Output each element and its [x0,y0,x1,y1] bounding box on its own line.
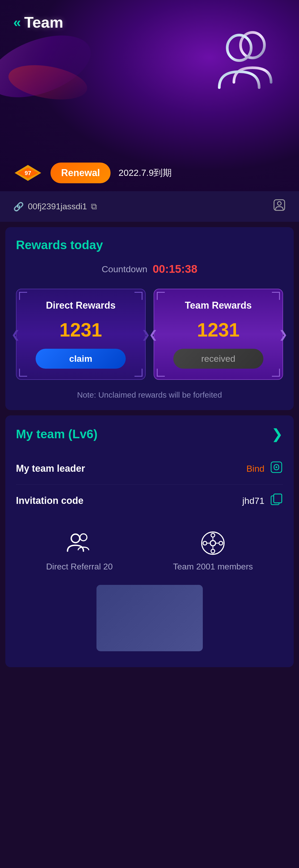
team-members-icon [200,530,226,556]
team-card-left-arrow: ❮ [149,328,158,341]
svg-point-18 [211,549,215,553]
stats-row: Direct Referral 20 Team 2001 members [16,517,283,580]
user-id-text: 00fj2391jassdi1 [28,202,87,211]
copy-invitation-icon[interactable] [270,493,283,508]
team-section-header: My team (Lv6) ❯ [16,426,283,442]
svg-point-13 [71,534,80,542]
countdown-label: Countdown [101,264,147,274]
team-leader-right: Bind [246,461,283,476]
back-button[interactable]: « [13,16,19,29]
svg-rect-11 [274,494,282,503]
svg-point-15 [202,532,224,554]
rewards-section: Rewards today Countdown 00:15:38 ❮ ❯ Dir… [5,227,294,410]
level-badge: 97 [13,164,42,182]
invitation-code-value: jhd71 [242,496,265,506]
back-chevron-icon: « [13,16,19,29]
direct-referral-label: Direct Referral 20 [46,562,113,571]
team-expand-icon[interactable]: ❯ [271,426,283,442]
rewards-note: Note: Unclaimed rewards will be forfeite… [16,391,283,400]
card-left-arrow: ❮ [11,328,20,341]
claim-button[interactable]: claim [36,349,126,369]
svg-point-16 [210,540,215,546]
bind-text[interactable]: Bind [246,463,265,474]
hero-section: « Team [0,0,299,191]
svg-point-1 [227,35,251,61]
svg-point-17 [211,533,215,537]
rewards-section-title: Rewards today [16,238,283,252]
link-icon: 🔗 [13,202,24,212]
svg-point-19 [203,541,207,545]
direct-rewards-card: ❮ ❯ Direct Rewards 1231 claim [16,289,146,380]
invitation-code-right: jhd71 [242,493,283,508]
copy-id-icon[interactable]: ⧉ [91,202,97,211]
direct-referral-stat: Direct Referral 20 [46,530,113,571]
user-profile-icon[interactable] [273,199,286,214]
renewal-button[interactable]: Renewal [51,162,111,183]
team-rewards-title: Team Rewards [185,300,252,311]
top-nav: « Team [0,0,299,36]
my-team-title: My team (Lv6) [16,427,97,441]
my-team-section: My team (Lv6) ❯ My team leader Bind Invi… [5,415,294,667]
countdown-value: 00:15:38 [153,263,197,275]
team-members-label: Team 2001 members [173,562,253,571]
team-card-right-arrow: ❯ [279,328,288,341]
svg-point-14 [80,534,87,541]
team-members-stat: Team 2001 members [173,530,253,571]
page-title: Team [24,13,63,31]
ad-banner [96,585,203,651]
expiry-text: 2022.7.9到期 [119,167,172,179]
svg-text:97: 97 [25,170,31,176]
direct-referral-icon [66,530,93,556]
team-leader-label: My team leader [16,463,85,474]
invitation-code-label: Invitation code [16,495,84,506]
svg-point-20 [219,541,223,545]
team-leader-row: My team leader Bind [16,453,283,485]
direct-rewards-amount: 1231 [60,319,102,341]
rewards-cards: ❮ ❯ Direct Rewards 1231 claim ❮ ❯ Team R… [16,289,283,380]
user-id-bar: 🔗 00fj2391jassdi1 ⧉ [0,191,299,222]
user-id-left: 🔗 00fj2391jassdi1 ⧉ [13,202,97,212]
countdown-row: Countdown 00:15:38 [16,263,283,275]
invitation-code-row: Invitation code jhd71 [16,485,283,517]
bind-icon[interactable] [270,461,283,476]
svg-point-6 [277,202,281,205]
team-rewards-amount: 1231 [197,319,239,341]
team-rewards-card: ❮ ❯ Team Rewards 1231 received [154,289,283,380]
direct-rewards-title: Direct Rewards [46,300,116,311]
bottom-spacer [0,673,299,699]
svg-point-8 [276,466,277,468]
received-button: received [173,349,263,369]
hero-bottom-bar: 97 Renewal 2022.7.9到期 [0,155,299,191]
